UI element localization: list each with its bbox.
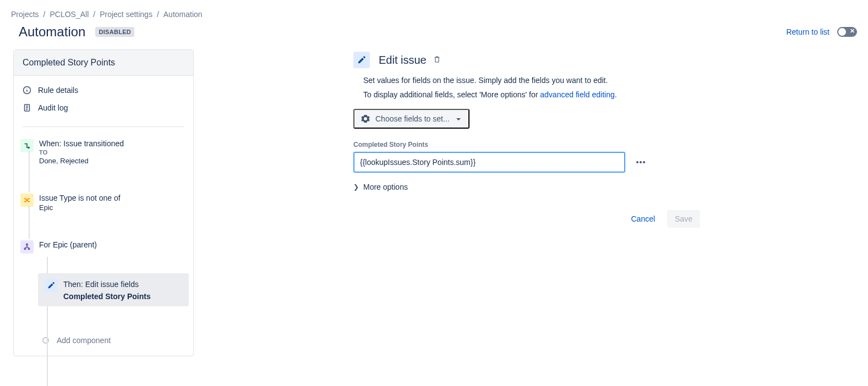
detail-title: Edit issue bbox=[379, 54, 427, 67]
step-branch-title: For Epic (parent) bbox=[39, 240, 187, 249]
add-icon bbox=[42, 337, 49, 344]
step-trigger-sublabel: TO bbox=[39, 149, 187, 156]
choose-fields-label: Choose fields to set... bbox=[375, 114, 450, 123]
field-completed-story-points: Completed Story Points bbox=[353, 141, 711, 173]
field-more-menu[interactable] bbox=[633, 158, 648, 167]
step-condition-title: Issue Type is not one of bbox=[39, 194, 187, 202]
page-title: Automation bbox=[19, 24, 85, 40]
pencil-icon bbox=[353, 52, 370, 68]
rule-sidebar: Completed Story Points Rule details Audi… bbox=[13, 49, 194, 356]
save-button[interactable]: Save bbox=[667, 210, 700, 228]
svg-point-7 bbox=[26, 244, 28, 245]
step-action-edit-issue[interactable]: Then: Edit issue fields Completed Story … bbox=[38, 273, 189, 306]
nav-audit-log-label: Audit log bbox=[38, 103, 68, 112]
breadcrumb: Projects / PCLOS_All / Project settings … bbox=[11, 5, 857, 24]
more-options-label: More options bbox=[363, 183, 408, 191]
detail-description-1: Set values for fields on the issue. Simp… bbox=[363, 76, 711, 85]
detail-description-2: To display additional fields, select 'Mo… bbox=[363, 90, 711, 99]
cancel-button[interactable]: Cancel bbox=[625, 210, 660, 228]
add-component-button[interactable]: Add component bbox=[42, 336, 189, 345]
nav-audit-log[interactable]: Audit log bbox=[14, 99, 193, 117]
more-options-toggle[interactable]: ❯ More options bbox=[353, 183, 711, 191]
step-trigger-subtext: Done, Rejected bbox=[39, 157, 187, 165]
connector-line bbox=[29, 151, 30, 192]
breadcrumb-separator: / bbox=[157, 10, 159, 19]
step-action-field: Completed Story Points bbox=[63, 292, 182, 301]
gear-icon bbox=[361, 114, 370, 123]
branch-icon bbox=[20, 240, 34, 253]
step-action-title: Then: Edit issue fields bbox=[63, 280, 182, 289]
breadcrumb-separator: / bbox=[93, 10, 95, 19]
choose-fields-button[interactable]: Choose fields to set... bbox=[353, 109, 470, 129]
step-trigger[interactable]: When: Issue transitioned TO Done, Reject… bbox=[18, 135, 189, 168]
nav-rule-details-label: Rule details bbox=[38, 86, 78, 95]
breadcrumb-projects[interactable]: Projects bbox=[11, 10, 39, 19]
transition-icon bbox=[20, 139, 34, 152]
svg-point-2 bbox=[26, 88, 27, 89]
page-header: Automation DISABLED Return to list ✕ bbox=[11, 24, 857, 40]
breadcrumb-automation[interactable]: Automation bbox=[163, 10, 203, 19]
add-component-label: Add component bbox=[57, 336, 111, 345]
breadcrumb-separator: / bbox=[43, 10, 46, 19]
shuffle-icon bbox=[20, 194, 34, 207]
completed-story-points-input[interactable] bbox=[353, 152, 625, 173]
field-label: Completed Story Points bbox=[353, 141, 711, 148]
delete-component-button[interactable] bbox=[433, 56, 441, 65]
svg-point-8 bbox=[24, 248, 26, 250]
step-trigger-title: When: Issue transitioned bbox=[39, 139, 187, 148]
svg-point-9 bbox=[28, 248, 30, 250]
step-branch[interactable]: For Epic (parent) bbox=[18, 236, 189, 257]
divider bbox=[23, 126, 184, 127]
pencil-icon bbox=[45, 279, 58, 292]
nav-rule-details[interactable]: Rule details bbox=[14, 81, 193, 99]
step-condition-subtext: Epic bbox=[39, 203, 187, 212]
document-icon bbox=[23, 103, 31, 112]
status-badge: DISABLED bbox=[95, 27, 134, 37]
rule-name-header[interactable]: Completed Story Points bbox=[14, 50, 193, 76]
connector-line bbox=[29, 206, 30, 239]
chevron-down-icon bbox=[455, 115, 462, 122]
advanced-field-editing-link[interactable]: advanced field editing bbox=[540, 90, 614, 99]
close-icon: ✕ bbox=[850, 27, 855, 35]
step-condition[interactable]: Issue Type is not one of Epic bbox=[18, 189, 189, 215]
info-icon bbox=[23, 86, 31, 95]
return-to-list-link[interactable]: Return to list bbox=[786, 27, 829, 36]
chevron-right-icon: ❯ bbox=[353, 183, 359, 191]
rule-enabled-toggle[interactable]: ✕ bbox=[837, 27, 857, 37]
breadcrumb-project[interactable]: PCLOS_All bbox=[50, 10, 89, 19]
breadcrumb-project-settings[interactable]: Project settings bbox=[100, 10, 152, 19]
component-detail-panel: Edit issue Set values for fields on the … bbox=[353, 49, 711, 228]
